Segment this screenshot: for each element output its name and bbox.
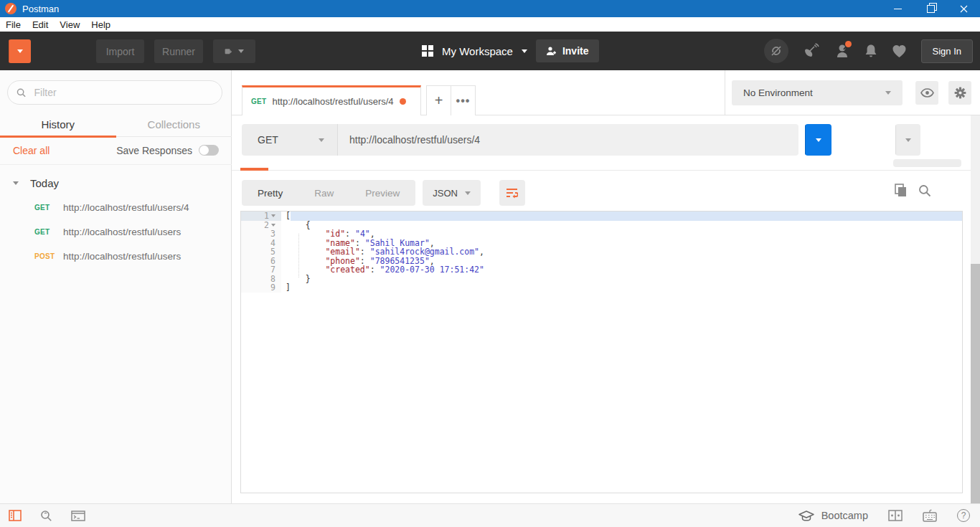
help-button[interactable]: ? bbox=[957, 509, 970, 522]
import-button[interactable]: Import bbox=[96, 39, 144, 63]
workspace-grid-icon[interactable] bbox=[422, 45, 433, 57]
tools-notification-button[interactable] bbox=[834, 43, 850, 59]
sync-disabled-icon bbox=[770, 44, 783, 57]
status-bar: Bootcamp ? bbox=[0, 503, 980, 527]
copy-icon[interactable] bbox=[895, 184, 907, 197]
minimize-icon bbox=[894, 9, 902, 9]
code-lines: 1[2 {3 "id": "4",4 "name": "Sahil Kumar"… bbox=[241, 212, 962, 293]
view-pretty[interactable]: Pretty bbox=[242, 180, 298, 206]
minimize-button[interactable] bbox=[881, 0, 914, 17]
history-group-today[interactable]: Today bbox=[0, 172, 232, 194]
sidebar-tabs: History Collections bbox=[0, 112, 232, 137]
restore-icon bbox=[927, 5, 935, 13]
method-select[interactable]: GET bbox=[242, 124, 337, 156]
url-input[interactable] bbox=[337, 124, 798, 156]
new-dropdown-button[interactable] bbox=[9, 39, 31, 63]
request-tab[interactable]: GET http://localhost/restful/users/4 bbox=[242, 85, 421, 115]
history-item[interactable]: GET http://localhost/restful/users bbox=[0, 219, 232, 244]
save-responses-label: Save Responses bbox=[116, 145, 192, 156]
filter-input[interactable] bbox=[33, 86, 213, 99]
console-icon[interactable] bbox=[71, 511, 85, 521]
two-pane-view-icon[interactable] bbox=[888, 510, 903, 521]
tab-history[interactable]: History bbox=[0, 112, 116, 136]
view-raw[interactable]: Raw bbox=[298, 180, 349, 206]
history-url: http://localhost/restful/users/4 bbox=[63, 202, 189, 213]
response-view-switch: Pretty Raw Preview bbox=[242, 180, 415, 206]
clear-all-link[interactable]: Clear all bbox=[13, 145, 50, 156]
bell-icon[interactable] bbox=[864, 44, 877, 59]
menu-file[interactable]: File bbox=[6, 19, 21, 30]
invite-button[interactable]: Invite bbox=[536, 39, 599, 62]
sync-disabled-button[interactable] bbox=[764, 39, 788, 63]
restore-button[interactable] bbox=[914, 0, 947, 17]
save-options-button[interactable] bbox=[895, 124, 920, 156]
bootcamp-button[interactable]: Bootcamp bbox=[798, 510, 868, 521]
fold-caret-icon[interactable] bbox=[271, 214, 275, 217]
method-badge: GET bbox=[251, 98, 266, 105]
shortcuts-keyboard-icon[interactable] bbox=[923, 509, 937, 522]
window-title: Postman bbox=[22, 4, 59, 14]
menu-bar: File Edit View Help bbox=[0, 17, 980, 32]
save-responses-toggle[interactable] bbox=[199, 145, 219, 156]
unsaved-dot-icon bbox=[400, 98, 406, 105]
send-options-button[interactable] bbox=[805, 124, 831, 156]
history-url: http://localhost/restful/users bbox=[63, 251, 181, 262]
comments-button-partial bbox=[893, 159, 961, 167]
active-request-tab-indicator bbox=[240, 168, 268, 171]
chevron-down-icon bbox=[465, 191, 471, 195]
environment-selector[interactable]: No Environment bbox=[732, 80, 903, 105]
menu-help[interactable]: Help bbox=[91, 19, 110, 30]
filter-field[interactable] bbox=[7, 80, 222, 105]
history-item[interactable]: GET http://localhost/restful/users/4 bbox=[0, 195, 232, 219]
search-response-icon[interactable] bbox=[918, 184, 931, 197]
api-network-icon[interactable] bbox=[803, 43, 820, 59]
chevron-down-icon bbox=[13, 181, 19, 185]
tab-collections[interactable]: Collections bbox=[116, 112, 232, 136]
settings-button[interactable] bbox=[948, 81, 971, 105]
chevron-down-icon bbox=[319, 138, 324, 142]
vertical-scrollbar[interactable] bbox=[971, 115, 980, 503]
format-value: JSON bbox=[433, 188, 458, 199]
history-item[interactable]: POST http://localhost/restful/users bbox=[0, 244, 232, 268]
chevron-down-icon bbox=[17, 49, 23, 53]
line-number: 7 bbox=[241, 265, 281, 275]
view-preview[interactable]: Preview bbox=[349, 180, 415, 206]
save-button[interactable]: Save bbox=[895, 124, 920, 156]
find-icon[interactable] bbox=[40, 510, 52, 522]
postman-logo-icon bbox=[5, 3, 17, 14]
workspace-selector[interactable]: My Workspace bbox=[442, 45, 513, 57]
runner-button[interactable]: Runner bbox=[154, 39, 203, 63]
scrollbar-thumb[interactable] bbox=[971, 264, 980, 503]
response-format-select[interactable]: JSON bbox=[423, 180, 481, 206]
fold-caret-icon[interactable] bbox=[271, 224, 275, 227]
toggle-knob bbox=[199, 146, 209, 155]
invite-person-icon bbox=[546, 46, 557, 56]
workspace-chevron-icon[interactable] bbox=[522, 49, 527, 53]
send-button[interactable]: Send bbox=[805, 124, 831, 156]
method-badge: POST bbox=[34, 252, 55, 260]
method-value: GET bbox=[258, 134, 278, 146]
close-icon bbox=[960, 5, 968, 13]
response-body-editor[interactable]: 1[2 {3 "id": "4",4 "name": "Sahil Kumar"… bbox=[240, 211, 963, 493]
code-line: 7 "created": "2020-07-30 17:51:42" bbox=[241, 265, 962, 275]
tab-options-button[interactable]: ••• bbox=[451, 85, 476, 115]
toggle-sidebar-icon[interactable] bbox=[9, 510, 22, 521]
environment-quick-look-button[interactable] bbox=[915, 81, 938, 105]
history-url: http://localhost/restful/users bbox=[63, 227, 181, 237]
close-button[interactable] bbox=[947, 0, 980, 17]
new-tab-button[interactable]: + bbox=[426, 85, 451, 115]
runner-button-label: Runner bbox=[162, 46, 195, 57]
response-toolbar: Pretty Raw Preview JSON bbox=[242, 180, 525, 206]
sign-in-button[interactable]: Sign In bbox=[921, 39, 973, 63]
main-area: GET http://localhost/restful/users/4 + •… bbox=[232, 70, 980, 503]
method-badge: GET bbox=[34, 204, 55, 212]
line-number: 3 bbox=[241, 229, 281, 239]
menu-view[interactable]: View bbox=[60, 19, 80, 30]
menu-edit[interactable]: Edit bbox=[32, 19, 48, 30]
new-button[interactable]: ✚New bbox=[9, 39, 31, 63]
request-builder: GET bbox=[242, 124, 798, 156]
wrap-text-button[interactable] bbox=[499, 180, 525, 206]
import-button-label: Import bbox=[106, 46, 135, 57]
heart-icon[interactable] bbox=[892, 44, 907, 58]
open-new-window-button[interactable] bbox=[213, 39, 255, 63]
